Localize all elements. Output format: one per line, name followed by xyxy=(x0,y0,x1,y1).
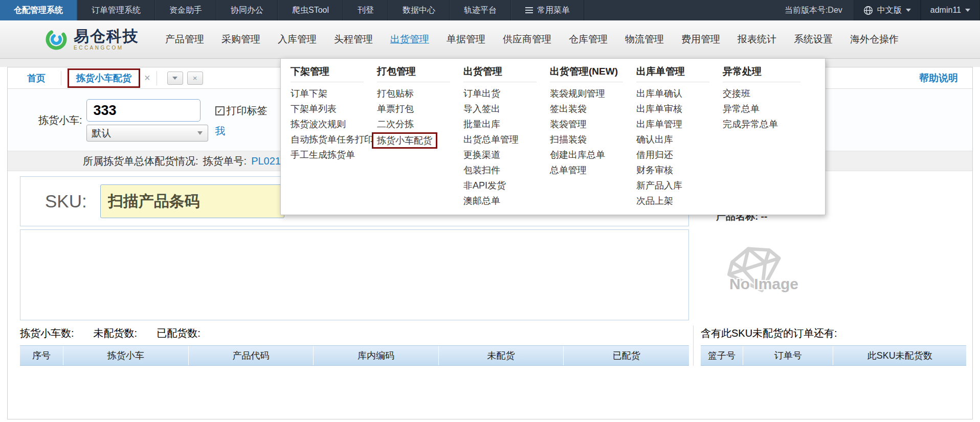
menu-item[interactable]: 创建出库总单 xyxy=(550,147,636,162)
menu-item[interactable]: 更换渠道 xyxy=(463,147,550,162)
topbar-item[interactable]: 资金助手 xyxy=(155,0,216,20)
menu-item[interactable]: 批量出库 xyxy=(463,116,550,132)
nav-item[interactable]: 头程管理 xyxy=(325,33,382,46)
menu-column: 打包管理打包贴标单票打包二次分拣拣货小车配货 xyxy=(377,65,463,208)
topbar-item-label: 常用菜单 xyxy=(537,5,570,16)
close-tab-button[interactable]: × xyxy=(187,72,203,85)
menu-item[interactable]: 完成异常总单 xyxy=(723,116,814,132)
picking-order-label: 拣货单号: xyxy=(203,154,247,168)
menu-item[interactable]: 包装扫件 xyxy=(463,162,550,178)
menu-item[interactable]: 异常总单 xyxy=(723,101,814,116)
menu-item[interactable]: 借用归还 xyxy=(636,147,723,162)
menu-item[interactable]: 拣货波次规则 xyxy=(291,116,377,132)
topbar-item[interactable]: 仓配管理系统 xyxy=(0,0,77,20)
close-icon: × xyxy=(193,74,197,82)
nav-item[interactable]: 海外仓操作 xyxy=(841,33,907,46)
menu-item[interactable]: 出库单管理 xyxy=(636,116,723,132)
topbar-item[interactable]: 订单管理系统 xyxy=(77,0,155,20)
right-table-header-cell: 篮子号 xyxy=(701,346,743,365)
menu-item[interactable]: 财务审核 xyxy=(636,162,723,178)
chevron-down-icon xyxy=(172,77,177,80)
picking-cart-input[interactable] xyxy=(86,99,201,122)
menu-item[interactable]: 装袋规则管理 xyxy=(550,86,636,101)
menu-column: 异常处理交接班异常总单完成异常总单 xyxy=(723,65,814,208)
tab-divider xyxy=(61,71,61,85)
left-table-header-cell: 未配货 xyxy=(439,346,564,365)
nav-item[interactable]: 出货管理 xyxy=(382,33,438,46)
warehouse-select[interactable]: 默认 xyxy=(86,125,208,142)
form-stack: 默认 xyxy=(86,99,208,142)
menu-column-title: 下架管理 xyxy=(291,65,364,82)
topbar-item[interactable]: 刊登 xyxy=(343,0,388,20)
tab-close-icon[interactable]: × xyxy=(144,72,150,84)
allocated-label: 已配货数: xyxy=(157,326,201,340)
menu-item[interactable]: 装袋管理 xyxy=(550,116,636,132)
nav-item[interactable]: 仓库管理 xyxy=(560,33,616,46)
menu-column-title: 打包管理 xyxy=(377,65,450,82)
nav-item[interactable]: 采购管理 xyxy=(213,33,269,46)
menu-item[interactable]: 次品上架 xyxy=(636,193,723,208)
nav-item[interactable]: 物流管理 xyxy=(616,33,673,46)
menu-item[interactable]: 非API发货 xyxy=(463,178,550,193)
nav-item[interactable]: 产品管理 xyxy=(157,33,213,46)
tab-picking-cart-allocation[interactable]: 拣货小车配货 xyxy=(68,68,140,88)
topbar-item-label: 协同办公 xyxy=(231,5,263,16)
logo[interactable]: 易仓科技 ECCANGCOM xyxy=(44,27,139,52)
language-selector[interactable]: 中文版 xyxy=(854,0,921,20)
nav-item[interactable]: 系统设置 xyxy=(785,33,841,46)
left-table-header-cell: 拣货小车 xyxy=(63,346,189,365)
help-link[interactable]: 帮助说明 xyxy=(919,72,958,85)
left-table-header-cell: 库内编码 xyxy=(314,346,439,365)
menu-item[interactable]: 签出装袋 xyxy=(550,101,636,116)
topbar-item[interactable]: 轨迹平台 xyxy=(450,0,511,20)
user-menu[interactable]: admin11 xyxy=(921,0,980,20)
nav-item[interactable]: 供应商管理 xyxy=(494,33,560,46)
topbar-item[interactable]: 爬虫STool xyxy=(278,0,343,20)
menu-item[interactable]: 下架单列表 xyxy=(291,101,377,116)
nav-item[interactable]: 报表统计 xyxy=(729,33,785,46)
select-value: 默认 xyxy=(92,127,112,140)
menu-item[interactable]: 打包贴标 xyxy=(377,86,463,101)
topbar-item-label: 仓配管理系统 xyxy=(14,5,63,16)
no-image-placeholder: No Image xyxy=(716,240,800,302)
menu-item[interactable]: 导入签出 xyxy=(463,101,550,116)
topbar-item[interactable]: 协同办公 xyxy=(216,0,278,20)
scan-result-area xyxy=(20,229,689,320)
form-options: ✓ 打印标签 我 xyxy=(215,99,268,142)
menu-item[interactable]: 出库单确认 xyxy=(636,86,723,101)
menu-item[interactable]: 交接班 xyxy=(723,86,814,101)
sku-scan-input[interactable] xyxy=(100,184,284,218)
menu-item[interactable]: 自动拣货单任务打印 xyxy=(291,132,377,147)
menu-item[interactable]: 拣货小车配货 xyxy=(372,132,437,149)
nav-item[interactable]: 费用管理 xyxy=(673,33,729,46)
menu-item[interactable]: 新产品入库 xyxy=(636,178,723,193)
tab-home[interactable]: 首页 xyxy=(18,69,55,87)
menu-item[interactable]: 扫描装袋 xyxy=(550,132,636,147)
me-link[interactable]: 我 xyxy=(215,124,226,138)
topbar-item-label: 刊登 xyxy=(358,5,374,16)
tab-label: 拣货小车配货 xyxy=(76,73,131,83)
menu-item[interactable]: 出库单审核 xyxy=(636,101,723,116)
menu-item[interactable]: 确认出库 xyxy=(636,132,723,147)
tab-list-dropdown-button[interactable] xyxy=(167,72,183,85)
logo-domain: ECCANGCOM xyxy=(74,45,139,51)
menu-item[interactable]: 单票打包 xyxy=(377,101,463,116)
stats-row: 拣货小车数: 未配货数: 已配货数: xyxy=(20,325,689,345)
menu-item[interactable]: 总单管理 xyxy=(550,162,636,178)
nav-item[interactable]: 单据管理 xyxy=(438,33,494,46)
menu-item[interactable]: 订单出货 xyxy=(463,86,550,101)
main-nav: 易仓科技 ECCANGCOM 产品管理采购管理入库管理头程管理出货管理单据管理供… xyxy=(0,20,980,59)
menu-item[interactable]: 订单下架 xyxy=(291,86,377,101)
menu-item[interactable]: 澳邮总单 xyxy=(463,193,550,208)
print-label-option[interactable]: ✓ 打印标签 xyxy=(215,104,268,118)
nav-item[interactable]: 入库管理 xyxy=(269,33,325,46)
menu-item[interactable]: 手工生成拣货单 xyxy=(291,147,377,162)
page: { "topbar": { "items": [ {"label": "仓配管理… xyxy=(0,0,980,422)
topbar-item[interactable]: 数据中心 xyxy=(388,0,450,20)
topbar-item[interactable]: 常用菜单 xyxy=(511,0,584,20)
menu-item[interactable]: 出货总单管理 xyxy=(463,132,550,147)
menu-item[interactable]: 二次分拣 xyxy=(377,116,463,132)
topbar-item-label: 轨迹平台 xyxy=(464,5,497,16)
left-table-header-cell: 产品代码 xyxy=(189,346,314,365)
print-label-checkbox[interactable]: ✓ xyxy=(215,106,225,115)
